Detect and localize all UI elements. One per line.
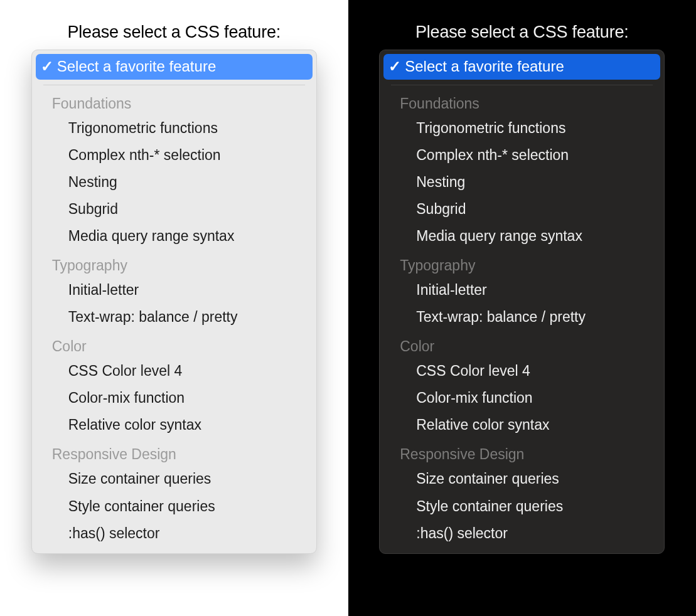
select-option[interactable]: Initial-letter — [383, 277, 660, 304]
checkmark-icon: ✓ — [388, 58, 400, 75]
select-option[interactable]: Size container queries — [36, 465, 313, 492]
selected-option-label: Select a favorite feature — [405, 58, 564, 75]
select-popup[interactable]: ✓ Select a favorite feature Foundations … — [31, 50, 317, 554]
popup-divider — [43, 85, 305, 85]
select-option[interactable]: Initial-letter — [36, 277, 313, 304]
prompt-label: Please select a CSS feature: — [415, 23, 629, 42]
selected-option-row[interactable]: ✓ Select a favorite feature — [383, 54, 660, 80]
select-option[interactable]: Size container queries — [383, 465, 660, 492]
prompt-label: Please select a CSS feature: — [67, 23, 281, 42]
select-option[interactable]: Color-mix function — [383, 385, 660, 412]
select-option[interactable]: Complex nth-* selection — [383, 142, 660, 169]
optgroup-label: Typography — [36, 250, 313, 277]
select-option[interactable]: Media query range syntax — [36, 223, 313, 250]
optgroup-label: Typography — [383, 250, 660, 277]
select-option[interactable]: Style container queries — [36, 493, 313, 520]
light-theme-pane: Please select a CSS feature: ✓ Select a … — [0, 0, 348, 616]
select-option[interactable]: CSS Color level 4 — [383, 358, 660, 385]
select-option[interactable]: :has() selector — [383, 520, 660, 547]
select-option[interactable]: Nesting — [36, 169, 313, 196]
selected-option-row[interactable]: ✓ Select a favorite feature — [36, 54, 313, 80]
select-popup[interactable]: ✓ Select a favorite feature Foundations … — [379, 50, 665, 554]
select-option[interactable]: Color-mix function — [36, 385, 313, 412]
select-option[interactable]: Relative color syntax — [36, 412, 313, 438]
select-option[interactable]: Style container queries — [383, 493, 660, 520]
select-option[interactable]: Relative color syntax — [383, 412, 660, 438]
select-option[interactable]: Complex nth-* selection — [36, 142, 313, 169]
checkmark-icon: ✓ — [41, 58, 52, 75]
select-option[interactable]: Text-wrap: balance / pretty — [36, 304, 313, 331]
selected-option-label: Select a favorite feature — [57, 58, 216, 75]
optgroup-label: Foundations — [383, 88, 660, 115]
optgroup-label: Responsive Design — [383, 438, 660, 465]
select-option[interactable]: CSS Color level 4 — [36, 358, 313, 385]
optgroup-label: Foundations — [36, 88, 313, 115]
select-option[interactable]: Trigonometric functions — [383, 115, 660, 142]
select-option[interactable]: Text-wrap: balance / pretty — [383, 304, 660, 331]
popup-divider — [391, 85, 653, 85]
select-option[interactable]: Trigonometric functions — [36, 115, 313, 142]
select-option[interactable]: :has() selector — [36, 520, 313, 547]
select-option[interactable]: Media query range syntax — [383, 223, 660, 250]
select-option[interactable]: Subgrid — [36, 196, 313, 223]
optgroup-label: Color — [36, 331, 313, 358]
select-option[interactable]: Subgrid — [383, 196, 660, 223]
optgroup-label: Responsive Design — [36, 438, 313, 465]
select-option[interactable]: Nesting — [383, 169, 660, 196]
dark-theme-pane: Please select a CSS feature: ✓ Select a … — [348, 0, 697, 616]
optgroup-label: Color — [383, 331, 660, 358]
